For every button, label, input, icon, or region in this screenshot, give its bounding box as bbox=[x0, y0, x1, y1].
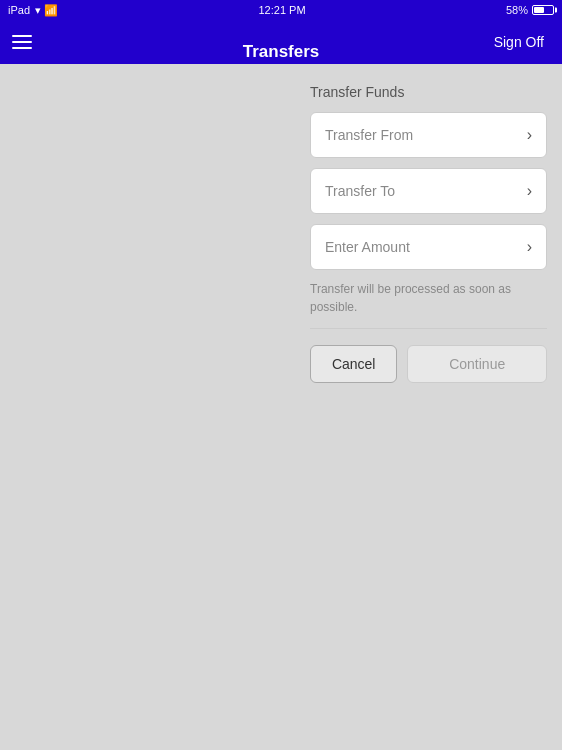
continue-button[interactable]: Continue bbox=[407, 345, 547, 383]
transfer-from-card: Transfer From › bbox=[310, 112, 547, 158]
info-text: Transfer will be processed as soon as po… bbox=[310, 280, 547, 316]
transfer-from-chevron-icon: › bbox=[527, 126, 532, 144]
status-bar-right: 58% bbox=[506, 4, 554, 16]
enter-amount-card: Enter Amount › bbox=[310, 224, 547, 270]
transfer-to-chevron-icon: › bbox=[527, 182, 532, 200]
battery-fill bbox=[534, 7, 544, 13]
transfer-to-row[interactable]: Transfer To › bbox=[311, 169, 546, 213]
divider bbox=[310, 328, 547, 329]
right-panel: Transfer Funds Transfer From › Transfer … bbox=[295, 64, 562, 750]
enter-amount-chevron-icon: › bbox=[527, 238, 532, 256]
left-panel bbox=[0, 64, 295, 750]
wifi-icon: ▾ 📶 bbox=[35, 4, 58, 17]
battery-percent: 58% bbox=[506, 4, 528, 16]
nav-bar: Transfers Sign Off bbox=[0, 20, 562, 64]
hamburger-menu-icon[interactable] bbox=[12, 35, 32, 49]
status-bar-left: iPad ▾ 📶 bbox=[8, 4, 58, 17]
transfer-to-label: Transfer To bbox=[325, 183, 395, 199]
transfer-from-row[interactable]: Transfer From › bbox=[311, 113, 546, 157]
device-label: iPad bbox=[8, 4, 30, 16]
nav-bar-title: Transfers bbox=[243, 42, 320, 62]
section-title: Transfer Funds bbox=[310, 84, 547, 100]
battery-icon bbox=[532, 5, 554, 15]
enter-amount-label: Enter Amount bbox=[325, 239, 410, 255]
enter-amount-row[interactable]: Enter Amount › bbox=[311, 225, 546, 269]
transfer-from-label: Transfer From bbox=[325, 127, 413, 143]
time-label: 12:21 PM bbox=[258, 4, 305, 16]
cancel-button[interactable]: Cancel bbox=[310, 345, 397, 383]
button-row: Cancel Continue bbox=[310, 345, 547, 383]
status-bar: iPad ▾ 📶 12:21 PM 58% bbox=[0, 0, 562, 20]
sign-off-button[interactable]: Sign Off bbox=[488, 30, 550, 54]
transfer-to-card: Transfer To › bbox=[310, 168, 547, 214]
main-content: Transfer Funds Transfer From › Transfer … bbox=[0, 64, 562, 750]
